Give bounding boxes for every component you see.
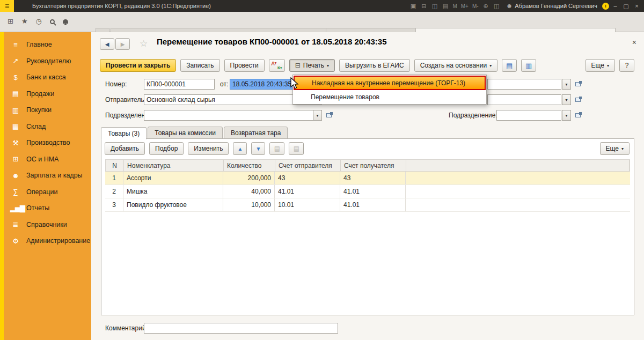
memory-minus-button[interactable]: M- [471, 3, 480, 9]
title-bar: ≡ Бухгалтерия предприятия КОРП, редакция… [0, 0, 644, 12]
sidebar-item-warehouse[interactable]: ▦Склад [4, 119, 91, 135]
receiver-field-row1[interactable] [487, 79, 561, 90]
arrow-down-icon: ▼ [256, 146, 261, 152]
receiver-department-open-button[interactable] [573, 110, 583, 121]
sidebar-item-purchases[interactable]: ▥Покупки [4, 102, 91, 119]
comment-field[interactable] [144, 323, 338, 334]
receiver-department-dropdown-button[interactable]: ▾ [562, 110, 571, 121]
move-row-down-button[interactable]: ▼ [251, 142, 265, 155]
notifications-bell-icon[interactable] [63, 19, 68, 24]
sidebar-item-production[interactable]: ⚒Производство [4, 135, 91, 151]
sidebar-item-reports[interactable]: ▂▅▇Отчеты [4, 200, 91, 217]
tab-commission-goods[interactable]: Товары на комиссии [148, 127, 223, 139]
search-icon[interactable] [50, 19, 55, 24]
sidebar-item-bank-cash[interactable]: $Банк и касса [4, 69, 91, 86]
add-row-button[interactable]: Добавить [105, 142, 145, 155]
col-header-n[interactable]: N [106, 160, 124, 171]
receiver-department-field[interactable] [496, 110, 561, 121]
purchases-icon: ▥ [10, 106, 20, 114]
split-window-icon[interactable]: ◫ [492, 3, 501, 10]
date-field[interactable]: 18.05.2018 20:43:35 [230, 79, 297, 90]
sidebar-item-directories[interactable]: ≣Справочники [4, 217, 91, 233]
zoom-icon[interactable]: ⊕ [481, 3, 491, 10]
back-button[interactable]: ◀ [100, 38, 114, 50]
sidebar-item-label: Склад [26, 123, 46, 130]
table-row[interactable]: 3 Повидло фруктовое 10,000 10.01 41.01 [105, 198, 630, 212]
open-link-icon [575, 98, 581, 102]
sender-field[interactable]: Основной склад сырья [144, 94, 313, 105]
move-row-up-button[interactable]: ▲ [233, 142, 247, 155]
administration-icon: ⚙ [10, 237, 20, 245]
sidebar-item-label: Покупки [26, 106, 52, 114]
col-header-sender-account[interactable]: Счет отправителя [275, 160, 341, 171]
sidebar-item-fixed-assets[interactable]: ⊞ОС и НМА [4, 151, 91, 168]
history-icon[interactable]: ◷ [36, 17, 42, 26]
cell-n: 3 [105, 198, 123, 211]
create-based-on-button[interactable]: Создать на основании ▾ [414, 59, 498, 72]
menu-item-torg13[interactable]: Накладная на внутреннее перемещение (ТОР… [294, 76, 486, 90]
help-button[interactable]: ? [619, 59, 634, 72]
table-row[interactable]: 1 Ассорти 200,000 43 43 [105, 172, 630, 185]
sidebar-item-operations[interactable]: ∑Операции [4, 184, 91, 201]
tab-goods[interactable]: Товары (3) [101, 127, 147, 139]
bank-cash-icon: $ [10, 73, 20, 82]
memory-recall-button[interactable]: M [451, 3, 458, 9]
col-header-quantity[interactable]: Количество [224, 160, 275, 171]
print-menu-button[interactable]: ⊟ Печать ▾ [289, 59, 335, 72]
pick-items-button[interactable]: Подбор [149, 142, 184, 155]
receiver-row2-open-button[interactable] [573, 94, 583, 105]
receiver-row1-dropdown-button[interactable]: ▾ [562, 79, 571, 90]
memory-plus-button[interactable]: M+ [460, 3, 470, 9]
close-window-button[interactable]: × [632, 3, 641, 9]
copy-row-button[interactable]: ▤ [269, 142, 284, 155]
document-movements-button[interactable]: ▥ [521, 59, 536, 72]
egais-upload-button[interactable]: Выгрузить в ЕГАИС [339, 59, 410, 72]
related-documents-button[interactable]: ▤ [502, 59, 517, 72]
post-document-button[interactable]: Провести [224, 59, 265, 72]
favorites-icon[interactable]: ★ [21, 17, 28, 26]
cell-nomenclature: Мишка [123, 185, 223, 198]
department-dropdown-button[interactable]: ▾ [313, 110, 322, 121]
table-row[interactable]: 2 Мишка 40,000 41.01 41.01 [105, 185, 630, 198]
department-field[interactable] [144, 110, 313, 121]
document-toolbar: Провести и закрыть Записать Провести Дт … [100, 59, 536, 72]
print-icon[interactable]: ⊟ [419, 3, 428, 10]
edit-row-button[interactable]: Изменить [188, 142, 229, 155]
save-icon[interactable]: ▣ [408, 3, 418, 10]
minimize-button[interactable]: – [611, 3, 620, 9]
more-button[interactable]: Еще ▾ [586, 59, 615, 72]
sidebar-item-main[interactable]: ≡Главное [4, 36, 91, 53]
col-header-nomenclature[interactable]: Номенклатура [124, 160, 224, 171]
show-postings-button[interactable]: Дт Кт [269, 59, 285, 72]
preview-icon[interactable]: ◫ [430, 3, 439, 10]
main-menu-button[interactable]: ≡ [0, 0, 14, 12]
favorite-star-icon[interactable]: ☆ [140, 38, 148, 49]
chevron-down-icon: ▾ [327, 63, 329, 68]
service-menu-icon[interactable]: ⊞ [8, 17, 13, 26]
col-header-receiver-account[interactable]: Счет получателя [341, 160, 406, 171]
save-document-button[interactable]: Записать [180, 59, 219, 72]
number-field[interactable]: КП00-000001 [144, 79, 215, 90]
sidebar-item-manager[interactable]: ↗Руководителю [4, 53, 91, 70]
current-user[interactable]: ☻ Абрамов Геннадий Сергеевич [506, 2, 597, 10]
info-icon[interactable]: i [602, 3, 609, 10]
post-and-close-button[interactable]: Провести и закрыть [100, 59, 176, 72]
department-open-button[interactable] [324, 110, 334, 121]
receiver-row1-open-button[interactable] [573, 79, 583, 90]
receiver-row2-dropdown-button[interactable]: ▾ [562, 94, 571, 105]
close-form-icon[interactable]: × [632, 38, 636, 47]
copy-icon[interactable]: ▤ [441, 3, 450, 10]
menu-item-goods-transfer[interactable]: Перемещение товаров [294, 90, 486, 104]
tab-bar: ⊞ ★ ◷ ⌂ Остатки товаров 31 декабря 2017 … [0, 12, 644, 32]
sidebar-item-payroll[interactable]: ☻Зарплата и кадры [4, 167, 91, 184]
receiver-field-row2[interactable] [487, 94, 561, 105]
open-link-icon [575, 82, 581, 86]
paste-row-button[interactable]: ▤ [289, 142, 304, 155]
sidebar-item-administration[interactable]: ⚙Администрирование [4, 233, 91, 249]
sidebar-item-sales[interactable]: ▤Продажи [4, 86, 91, 102]
tab-returnable-packaging[interactable]: Возвратная тара [224, 127, 288, 139]
print-dropdown-menu: Накладная на внутреннее перемещение (ТОР… [292, 75, 487, 105]
table-more-button[interactable]: Еще ▾ [600, 142, 630, 155]
forward-button[interactable]: ▶ [115, 38, 130, 50]
maximize-button[interactable]: ▢ [621, 3, 631, 10]
